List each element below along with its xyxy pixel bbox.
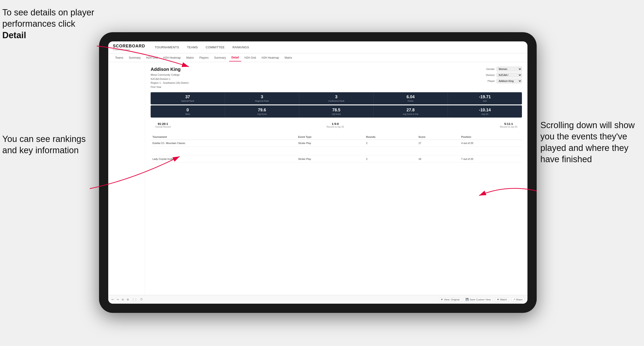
stat-avg-score-par: 27.8 Avg Score to Par [374, 105, 448, 118]
stat-avg-sg: -10.14 Avg SG [448, 105, 522, 118]
top25-record-label: Record vs top 25 [326, 126, 344, 128]
player-region: Region 1 - Southwest (18) District [151, 81, 188, 85]
score-1: 16 [417, 156, 460, 163]
redo-icon[interactable]: ↪ [116, 298, 119, 301]
zoom-in-icon[interactable]: ⊕ [127, 298, 129, 301]
sos-value: -19.71 [450, 95, 520, 99]
player-name: Addison King [151, 67, 188, 72]
nav-teams[interactable]: TEAMS [186, 45, 198, 50]
gender-selector-row: Gender Women Men [486, 67, 522, 71]
sub-nav-summary[interactable]: Summary [126, 54, 143, 61]
sub-nav-h2hheatmap[interactable]: H2H Heatmap [161, 54, 183, 61]
stat-national-rank: 37 National Rank [151, 92, 225, 104]
clock-icon[interactable]: ⏱ [140, 298, 143, 301]
points-label: Points [376, 100, 446, 102]
sub-nav-detail[interactable]: Detail [229, 54, 242, 61]
annotation-bottom-left: You can see rankings and key information [2, 133, 90, 156]
nav-tournaments[interactable]: TOURNAMENTS [154, 45, 180, 50]
position-1: 7 out of 20 [460, 156, 522, 163]
stats-row-2: 0 Wins 79.6 Avg Score 78.5 Adj Score 27.… [151, 105, 522, 118]
sub-nav-matrix[interactable]: Matrix [184, 54, 196, 61]
conference-rank-value: 3 [301, 95, 372, 99]
nav-rankings[interactable]: RANKINGS [232, 45, 250, 50]
scoreboard-logo: SCOREBOARD Powered by clippd [113, 44, 145, 51]
gender-select[interactable]: Women Men [496, 67, 522, 71]
col-event-type: Event Type [296, 134, 364, 140]
conference-rank-label: Conference Rank [301, 100, 372, 102]
col-tournament: Tournament [151, 134, 296, 140]
player-division: NJCAA Division 1 [151, 77, 188, 81]
grid-icon[interactable]: ⋮⋮ [132, 298, 137, 301]
avg-score-label: Avg Score [227, 113, 297, 115]
table-row [151, 147, 522, 156]
sidebar [108, 62, 145, 295]
annotation-top-left: To see details on player performances cl… [2, 7, 99, 41]
stats-row-1: 37 National Rank 3 Regional Rank 3 Confe… [151, 92, 522, 104]
top-nav: SCOREBOARD Powered by clippd TOURNAMENTS… [108, 41, 528, 53]
share-label: Share [516, 298, 522, 301]
sub-nav-players[interactable]: Players [197, 54, 211, 61]
records-row: 91-20-1 Overall Record 1-5-0 Record vs t… [151, 120, 522, 131]
sub-nav-h2hgrid[interactable]: H2H Grid [144, 54, 160, 61]
player-select[interactable]: Addison King [496, 79, 522, 83]
sub-nav-matrix2[interactable]: Matrix [282, 54, 294, 61]
sub-nav-teams[interactable]: Teams [113, 54, 126, 61]
sub-nav-summary2[interactable]: Summary [212, 54, 228, 61]
tablet-screen: SCOREBOARD Powered by clippd TOURNAMENTS… [108, 41, 528, 304]
col-score: Score [417, 134, 460, 140]
undo-icon[interactable]: ↩ [112, 298, 114, 301]
stat-adj-score: 78.5 Adj Score [299, 105, 374, 118]
top25-record-value: 1-5-0 [326, 122, 344, 126]
col-rounds: Rounds [364, 134, 416, 140]
rounds-0: 2 [364, 140, 416, 147]
save-custom-label: Save Custom View [470, 298, 491, 301]
overall-record-value: 91-20-1 [155, 122, 171, 126]
wins-label: Wins [152, 113, 223, 115]
top50-record-label: Record vs top 50 [500, 126, 517, 128]
division-select[interactable]: NJCAA I NJCAA II [496, 73, 522, 77]
top50-record-value: 5-11-1 [500, 122, 517, 126]
share-button[interactable]: ↗ Share [512, 297, 524, 302]
table-row: Estella CC- Mountain Classic Stroke Play… [151, 140, 522, 147]
tournaments-table: Tournament Event Type Rounds Score Posit… [151, 134, 522, 163]
sub-nav-h2hheatmap2[interactable]: H2H Heatmap [259, 54, 281, 61]
share-icon: ↗ [513, 298, 515, 301]
avg-score-par-value: 27.8 [376, 108, 446, 113]
national-rank-value: 37 [152, 95, 223, 99]
save-custom-button[interactable]: 💾 Save Custom View [464, 297, 492, 302]
player-selectors: Gender Women Men Division NJCAA I NJCAA … [471, 67, 522, 89]
view-original-button[interactable]: 👁 View: Original [439, 298, 461, 302]
adj-score-value: 78.5 [301, 108, 372, 113]
adj-score-label: Adj Score [301, 113, 372, 115]
stat-wins: 0 Wins [151, 105, 225, 118]
record-top25: 1-5-0 Record vs top 25 [326, 122, 344, 128]
table-row: Lady Coyote Invite Stroke Play 2 16 7 ou… [151, 156, 522, 163]
gender-label: Gender [486, 68, 495, 70]
player-label: Player [488, 80, 495, 82]
col-position: Position [460, 134, 522, 140]
sub-nav-h2hgrid2[interactable]: H2H Grid [242, 54, 258, 61]
wins-value: 0 [152, 108, 223, 113]
logo-title: SCOREBOARD [113, 44, 145, 48]
watch-label: Watch [500, 298, 507, 301]
bottom-toolbar: ↩ ↪ ⊖ ⊕ ⋮⋮ ⏱ 👁 View: Original 💾 Save Cus… [108, 295, 528, 304]
stat-avg-score: 79.6 Avg Score [225, 105, 300, 118]
regional-rank-label: Regional Rank [227, 100, 297, 102]
regional-rank-value: 3 [227, 95, 297, 99]
watch-button[interactable]: 👁 Watch [495, 298, 509, 302]
score-0: 17 [417, 140, 460, 147]
event-type-1: Stroke Play [296, 156, 364, 163]
avg-sg-value: -10.14 [450, 108, 520, 113]
avg-sg-label: Avg SG [450, 113, 520, 115]
tournament-name-0: Estella CC- Mountain Classic [151, 140, 296, 147]
stat-regional-rank: 3 Regional Rank [225, 92, 300, 104]
stat-points: 6.04 Points [374, 92, 448, 104]
points-value: 6.04 [376, 95, 446, 99]
zoom-out-icon[interactable]: ⊖ [122, 298, 124, 301]
nav-committee[interactable]: COMMITTEE [205, 45, 225, 50]
stat-sos: -19.71 SoS [448, 92, 522, 104]
position-0: 4 out of 20 [460, 140, 522, 147]
watch-icon: 👁 [497, 298, 499, 301]
save-icon: 💾 [466, 298, 469, 301]
player-selector-row: Player Addison King [488, 79, 522, 83]
